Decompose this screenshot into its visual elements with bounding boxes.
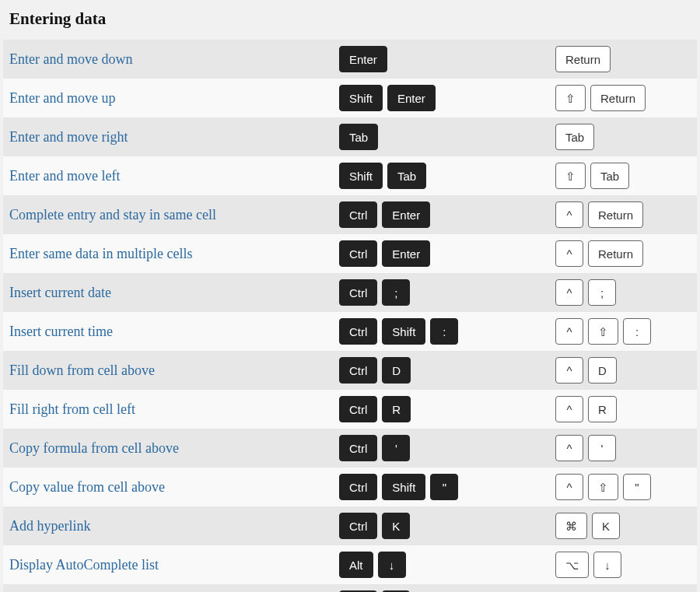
key-windows: Enter — [387, 85, 436, 111]
windows-keys: ShiftEnter — [339, 85, 555, 111]
key-windows: Ctrl — [339, 396, 377, 422]
key-windows: Enter — [382, 240, 430, 267]
shortcut-link[interactable]: Copy value from cell above — [9, 479, 165, 495]
key-mac: " — [623, 474, 651, 500]
key-mac: ⇧ — [588, 474, 618, 500]
key-windows: Ctrl — [339, 474, 377, 500]
mac-keys: ^⇧: — [555, 318, 697, 345]
key-mac: K — [592, 513, 620, 539]
mac-keys: ^' — [555, 435, 697, 461]
table-row: Flash fillCtrlE — [3, 584, 697, 592]
key-mac: ' — [588, 435, 616, 461]
key-windows: Enter — [382, 201, 430, 228]
mac-keys: Tab — [555, 124, 697, 150]
windows-keys: Ctrl' — [339, 435, 555, 461]
shortcut-link[interactable]: Copy formula from cell above — [9, 440, 179, 456]
mac-keys: ⇧Return — [555, 85, 697, 111]
key-windows: Ctrl — [339, 240, 377, 267]
key-windows: Ctrl — [339, 357, 377, 384]
windows-keys: CtrlEnter — [339, 201, 555, 228]
key-mac: Return — [590, 85, 646, 111]
key-windows: Shift — [339, 85, 383, 111]
shortcut-link[interactable]: Insert current time — [9, 324, 113, 339]
windows-keys: CtrlR — [339, 396, 555, 422]
table-row: Insert current timeCtrlShift:^⇧: — [3, 312, 697, 351]
table-row: Fill down from cell aboveCtrlD^D — [3, 351, 697, 390]
key-mac: Return — [588, 240, 643, 267]
shortcut-table: Enter and move downEnterReturnEnter and … — [3, 40, 697, 592]
windows-keys: Enter — [339, 46, 555, 72]
windows-keys: CtrlShift" — [339, 474, 555, 500]
key-windows: R — [382, 396, 411, 422]
mac-keys: ^R — [555, 396, 697, 422]
shortcut-link[interactable]: Enter same data in multiple cells — [9, 246, 192, 261]
key-windows: K — [382, 513, 410, 539]
key-windows: Shift — [339, 163, 383, 189]
shortcut-link[interactable]: Enter and move down — [9, 51, 132, 67]
key-windows: : — [430, 318, 458, 345]
shortcut-link[interactable]: Display AutoComplete list — [9, 557, 159, 573]
key-mac: ^ — [555, 396, 583, 422]
key-windows: ' — [382, 435, 410, 461]
key-windows: D — [382, 357, 411, 384]
key-windows: ; — [382, 279, 410, 306]
mac-keys: ⌘K — [555, 513, 697, 539]
shortcut-link[interactable]: Complete entry and stay in same cell — [9, 207, 216, 222]
table-row: Enter and move downEnterReturn — [3, 40, 697, 79]
mac-keys: ⇧Tab — [555, 163, 697, 189]
shortcut-link[interactable]: Add hyperlink — [9, 518, 90, 534]
key-windows: Shift — [382, 318, 425, 345]
key-mac: ^ — [555, 435, 583, 461]
key-windows: Tab — [387, 163, 426, 189]
table-row: Enter and move rightTabTab — [3, 117, 697, 156]
key-windows: Alt — [339, 552, 373, 578]
mac-keys: ^D — [555, 357, 697, 384]
table-row: Add hyperlinkCtrlK⌘K — [3, 506, 697, 545]
table-row: Enter same data in multiple cellsCtrlEnt… — [3, 234, 697, 273]
mac-keys: ^⇧" — [555, 474, 697, 500]
key-mac: R — [588, 396, 617, 422]
table-row: Copy value from cell aboveCtrlShift"^⇧" — [3, 468, 697, 506]
key-windows: " — [430, 474, 458, 500]
key-mac: Tab — [590, 163, 629, 189]
windows-keys: CtrlShift: — [339, 318, 555, 345]
windows-keys: CtrlK — [339, 513, 555, 539]
key-mac: ↓ — [593, 552, 621, 578]
key-mac: ⇧ — [588, 318, 618, 345]
table-row: Display AutoComplete listAlt↓⌥↓ — [3, 545, 697, 584]
key-mac: ⌘ — [555, 513, 587, 539]
mac-keys: ^; — [555, 279, 697, 306]
key-mac: ⌥ — [555, 552, 589, 578]
shortcut-link[interactable]: Enter and move right — [9, 129, 128, 145]
mac-keys: ⌥↓ — [555, 552, 697, 578]
mac-keys: Return — [555, 46, 697, 72]
key-mac: ⇧ — [555, 163, 586, 189]
shortcut-link[interactable]: Fill right from cell left — [9, 401, 135, 417]
shortcut-link[interactable]: Fill down from cell above — [9, 363, 155, 378]
key-mac: : — [623, 318, 651, 345]
key-mac: ⇧ — [555, 85, 586, 111]
windows-keys: Tab — [339, 124, 555, 150]
table-row: Insert current dateCtrl;^; — [3, 273, 697, 312]
windows-keys: Alt↓ — [339, 552, 555, 578]
key-windows: Enter — [339, 46, 387, 72]
shortcut-link[interactable]: Enter and move left — [9, 168, 120, 184]
key-windows: Ctrl — [339, 318, 377, 345]
key-mac: ; — [588, 279, 616, 306]
key-mac: ^ — [555, 318, 583, 345]
table-row: Fill right from cell leftCtrlR^R — [3, 390, 697, 429]
table-row: Copy formula from cell aboveCtrl'^' — [3, 429, 697, 468]
windows-keys: CtrlEnter — [339, 240, 555, 267]
table-row: Enter and move upShiftEnter⇧Return — [3, 79, 697, 117]
key-mac: ^ — [555, 474, 583, 500]
key-mac: Return — [555, 46, 611, 72]
key-mac: ^ — [555, 357, 583, 384]
shortcut-link[interactable]: Insert current date — [9, 285, 111, 300]
section-title: Entering data — [9, 9, 697, 29]
shortcut-link[interactable]: Enter and move up — [9, 90, 115, 106]
key-windows: Ctrl — [339, 201, 377, 228]
key-mac: Tab — [555, 124, 594, 150]
key-mac: Return — [588, 201, 643, 228]
windows-keys: ShiftTab — [339, 163, 555, 189]
key-windows: Tab — [339, 124, 378, 150]
